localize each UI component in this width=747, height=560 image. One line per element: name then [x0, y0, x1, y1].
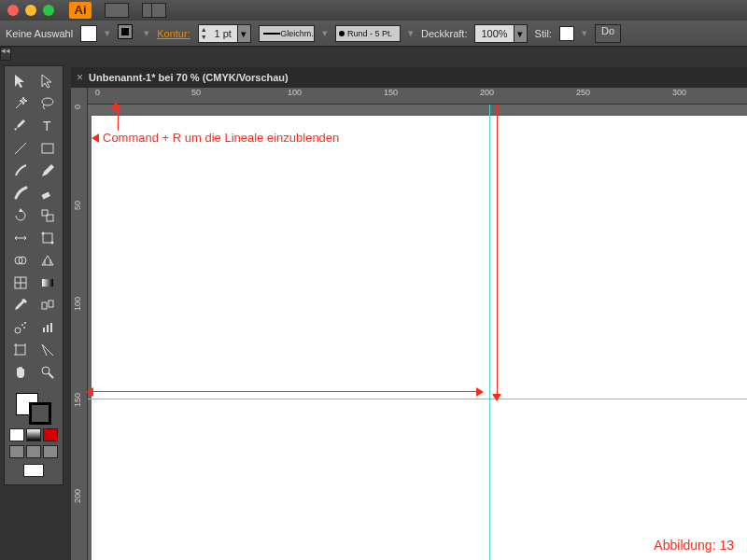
bridge-button[interactable]	[105, 3, 129, 18]
horizontal-ruler[interactable]: 050100150200250300	[88, 88, 747, 105]
normal-screen-icon[interactable]	[23, 464, 44, 477]
shape-builder-tool[interactable]	[7, 249, 34, 272]
svg-line-25	[49, 373, 53, 378]
graph-tool[interactable]	[34, 316, 61, 339]
ruler-tick: 250	[576, 88, 590, 97]
control-bar: Keine Auswahl ▾ ▾ Kontur: ▲▼ 1 pt ▾ Glei…	[0, 21, 747, 47]
artboard-tool[interactable]	[7, 339, 34, 361]
ruler-tick: 0	[95, 88, 100, 97]
panel-collapse-handle[interactable]: ◂◂	[0, 47, 11, 61]
rotate-tool[interactable]	[7, 204, 34, 227]
eraser-tool[interactable]	[34, 182, 61, 204]
none-mode-icon[interactable]	[43, 428, 58, 441]
stroke-weight-field[interactable]: ▲▼ 1 pt ▾	[198, 24, 251, 43]
annotation-text: Command + R um die Lineale einzublenden	[103, 131, 339, 145]
slice-tool[interactable]	[34, 339, 61, 361]
color-mode-icon[interactable]	[9, 428, 24, 441]
traffic-lights	[7, 5, 54, 16]
direct-selection-tool[interactable]	[34, 70, 61, 92]
svg-rect-7	[43, 233, 52, 243]
gradient-mode-icon[interactable]	[26, 428, 41, 441]
svg-text:T: T	[43, 119, 51, 133]
annotation-arrow	[92, 391, 476, 392]
perspective-tool[interactable]	[34, 249, 61, 272]
blend-tool[interactable]	[34, 294, 61, 316]
opacity-field[interactable]: 100%▾	[474, 24, 527, 43]
guide-horizontal[interactable]	[88, 399, 747, 399]
layout-button[interactable]	[142, 3, 166, 18]
opacity-value: 100%	[475, 28, 513, 39]
mesh-tool[interactable]	[7, 272, 34, 294]
svg-rect-21	[47, 325, 49, 332]
pencil-tool[interactable]	[34, 160, 61, 182]
selection-label: Keine Auswahl	[6, 28, 73, 39]
stroke-swatch[interactable]	[118, 24, 136, 43]
lasso-tool[interactable]	[34, 92, 61, 115]
type-tool[interactable]: T	[34, 115, 61, 137]
figure-caption: Abbildung: 13	[654, 538, 734, 553]
window-titlebar: Ai	[0, 0, 747, 21]
width-tool[interactable]	[7, 227, 34, 249]
color-swatches	[7, 389, 61, 481]
ruler-tick: 200	[480, 88, 494, 97]
artboard[interactable]	[92, 116, 747, 560]
draw-mode-icon[interactable]	[26, 445, 41, 458]
svg-point-9	[50, 242, 53, 245]
magic-wand-tool[interactable]	[7, 92, 34, 115]
stroke-profile[interactable]: Gleichm.	[259, 25, 315, 42]
fill-swatch[interactable]	[80, 25, 97, 42]
style-swatch[interactable]	[559, 26, 574, 41]
close-icon[interactable]	[7, 5, 19, 16]
zoom-icon[interactable]	[43, 5, 54, 16]
svg-rect-13	[42, 279, 53, 287]
annotation-arrow	[497, 105, 498, 396]
screen-mode-icon[interactable]	[9, 445, 24, 458]
ruler-tick: 0	[73, 105, 82, 109]
line-tool[interactable]	[7, 137, 34, 160]
stroke-weight-value: 1 pt	[209, 28, 237, 39]
symbol-spray-tool[interactable]	[7, 316, 34, 339]
arrow-head-icon	[476, 387, 484, 397]
svg-rect-22	[50, 323, 52, 332]
arrow-head-icon	[111, 102, 120, 109]
brush-definition[interactable]: Rund - 5 Pt.	[335, 25, 401, 42]
pen-tool[interactable]	[7, 115, 34, 137]
blob-brush-tool[interactable]	[7, 182, 34, 204]
svg-point-0	[42, 98, 53, 105]
hand-tool[interactable]	[7, 361, 34, 384]
vertical-ruler[interactable]: 050100150200	[71, 88, 88, 560]
fill-stroke-swatch[interactable]	[16, 393, 51, 425]
selection-tool[interactable]	[7, 70, 34, 92]
canvas[interactable]	[88, 105, 747, 560]
svg-point-18	[24, 322, 26, 324]
close-tab-icon[interactable]: ×	[77, 71, 83, 84]
stroke-label[interactable]: Kontur:	[157, 28, 190, 39]
zoom-tool[interactable]	[34, 361, 61, 384]
draw-behind-icon[interactable]	[43, 445, 58, 458]
chevron-down-icon[interactable]: ▾	[237, 25, 250, 42]
brush-tool[interactable]	[7, 160, 34, 182]
arrow-head-icon	[92, 133, 99, 143]
style-label: Stil:	[535, 28, 552, 39]
ruler-tick: 150	[384, 88, 398, 97]
svg-point-17	[21, 324, 23, 326]
opacity-label: Deckkraft:	[421, 28, 468, 39]
minimize-icon[interactable]	[25, 5, 36, 16]
gradient-tool[interactable]	[34, 272, 61, 294]
ruler-tick: 100	[288, 88, 302, 97]
guide-vertical[interactable]	[489, 105, 490, 560]
tools-panel: T	[4, 65, 63, 485]
free-transform-tool[interactable]	[34, 227, 61, 249]
ruler-tick: 50	[191, 88, 201, 97]
chevron-down-icon[interactable]: ▾	[514, 25, 527, 42]
svg-rect-3	[42, 144, 53, 153]
rectangle-tool[interactable]	[34, 137, 61, 160]
svg-rect-20	[43, 328, 45, 332]
app-logo: Ai	[69, 2, 92, 19]
tab-title[interactable]: Unbenannt-1* bei 70 % (CMYK/Vorschau)	[89, 72, 289, 83]
arrow-head-icon	[86, 387, 93, 397]
scale-tool[interactable]	[34, 204, 61, 227]
eyedropper-tool[interactable]	[7, 294, 34, 316]
svg-rect-23	[16, 345, 25, 355]
document-setup-button[interactable]: Do	[595, 24, 621, 43]
